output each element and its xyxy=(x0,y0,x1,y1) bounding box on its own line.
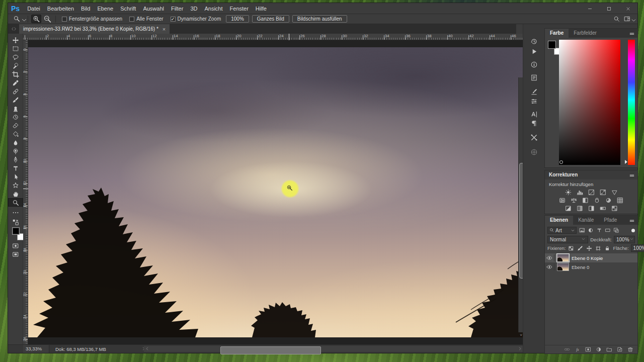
quick-select-tool[interactable] xyxy=(8,61,23,70)
adj-gradientmap-icon[interactable] xyxy=(599,205,607,212)
panel-brushes-icon[interactable] xyxy=(527,86,540,97)
adj-exposure-icon[interactable] xyxy=(599,189,607,196)
filter-pixel-icon[interactable] xyxy=(579,227,586,234)
filter-smartobject-icon[interactable] xyxy=(613,227,620,234)
adj-colorlookup-icon[interactable] xyxy=(616,197,624,204)
horizontal-ruler[interactable]: 2468101214161820222426283032343638404244… xyxy=(23,34,524,40)
menu-filter[interactable]: Filter xyxy=(168,3,187,14)
zoom-in-button[interactable] xyxy=(31,15,41,23)
fix-lock-icon[interactable] xyxy=(604,245,611,252)
eraser-tool[interactable] xyxy=(8,121,23,130)
checkbox-all-windows[interactable]: Alle Fenster xyxy=(129,16,163,22)
type-tool[interactable] xyxy=(8,164,23,172)
new-layer-icon[interactable] xyxy=(616,346,623,353)
canvas-viewport[interactable]: ˅ xyxy=(28,40,524,344)
move-tool[interactable] xyxy=(8,36,23,44)
zoom-100-button[interactable]: 100% xyxy=(226,15,249,23)
menu-auswahl[interactable]: Auswahl xyxy=(139,3,168,14)
menu-ebene[interactable]: Ebene xyxy=(94,3,117,14)
healing-tool[interactable] xyxy=(8,87,23,96)
menu-fenster[interactable]: Fenster xyxy=(226,3,252,14)
mask-icon[interactable] xyxy=(585,346,592,353)
checkbox-box-checked[interactable]: ✓ xyxy=(171,17,176,22)
foreground-color-swatch[interactable] xyxy=(12,227,20,235)
fill-screen-button[interactable]: Bildschirm ausfüllen xyxy=(292,15,347,23)
adj-bw-icon[interactable] xyxy=(582,197,590,204)
horizontal-scrollbar[interactable] xyxy=(144,346,524,352)
document-tab[interactable]: impressionen-33.RW2 bei 33,3% (Ebene 0 K… xyxy=(19,24,170,34)
tab-close-icon[interactable]: × xyxy=(163,26,166,32)
fx-icon[interactable]: fx xyxy=(574,346,581,353)
menu-bild[interactable]: Bild xyxy=(77,3,94,14)
adj-vibrance-icon[interactable] xyxy=(610,189,618,196)
visibility-eye-icon[interactable] xyxy=(546,254,554,261)
hue-slider-handle[interactable] xyxy=(625,160,627,164)
status-zoom-level[interactable]: 33,33% xyxy=(23,345,49,353)
layer-filter-select[interactable]: Art xyxy=(547,227,577,234)
filter-adjustment-icon[interactable] xyxy=(587,227,594,234)
tab-pfade[interactable]: Pfade xyxy=(599,216,622,225)
vertical-ruler[interactable]: 02468101214161820222426 xyxy=(23,40,28,344)
close-icon[interactable] xyxy=(618,3,637,14)
fix-brush-icon[interactable] xyxy=(577,245,584,252)
layer-row[interactable]: Ebene 0 Kopie xyxy=(545,253,637,262)
new-adjustment-icon[interactable] xyxy=(595,346,602,353)
scroll-left-icon[interactable] xyxy=(145,346,149,352)
menu-ansicht[interactable]: Ansicht xyxy=(201,3,226,14)
layer-filter-toggle[interactable] xyxy=(631,229,635,232)
search-icon[interactable] xyxy=(613,16,620,23)
checkbox-box[interactable] xyxy=(129,17,134,22)
blur-tool[interactable] xyxy=(8,138,23,147)
zoom-out-button[interactable] xyxy=(42,15,52,23)
menu-datei[interactable]: Datei xyxy=(24,3,44,14)
panel-info-icon[interactable] xyxy=(527,59,540,69)
scroll-right-icon[interactable] xyxy=(518,346,522,352)
adj-hue-icon[interactable] xyxy=(558,197,567,204)
brush-tool[interactable] xyxy=(8,96,23,104)
panel-3d-icon[interactable] xyxy=(527,147,540,157)
hand-tool[interactable] xyxy=(8,190,23,198)
tab-arrows-icon[interactable] xyxy=(8,24,19,34)
trash-icon[interactable] xyxy=(627,346,634,353)
panel-menu-icon[interactable] xyxy=(629,173,635,180)
horizontal-scrollbar-thumb[interactable] xyxy=(220,346,321,354)
workspace-switcher[interactable] xyxy=(624,16,634,23)
panel-properties-icon[interactable] xyxy=(527,72,540,82)
checkbox-scrubby-zoom[interactable]: ✓ Dynamischer Zoom xyxy=(171,16,221,22)
panel-brush-settings-icon[interactable] xyxy=(527,96,540,106)
link-icon[interactable] xyxy=(564,346,571,353)
panel-menu-icon[interactable] xyxy=(629,31,635,38)
lasso-tool[interactable] xyxy=(8,53,23,61)
color-field-marker[interactable] xyxy=(559,160,563,164)
minimize-icon[interactable] xyxy=(580,3,599,14)
eyedropper-tool[interactable] xyxy=(8,78,23,87)
filter-type-icon[interactable] xyxy=(596,227,603,234)
filter-shape-icon[interactable] xyxy=(604,227,611,234)
tab-farbfelder[interactable]: Farbfelder xyxy=(569,29,602,38)
foreground-color-swatch[interactable] xyxy=(548,41,556,49)
tab-farbe[interactable]: Farbe xyxy=(545,29,569,38)
menu-hilfe[interactable]: Hilfe xyxy=(252,3,270,14)
gradient-tool[interactable] xyxy=(8,130,23,138)
opacity-select[interactable]: 100% xyxy=(614,236,635,243)
checkbox-resize-windows[interactable]: Fenstergröße anpassen xyxy=(62,16,122,22)
layer-thumbnail[interactable] xyxy=(557,263,569,271)
adj-colorbalance-icon[interactable] xyxy=(570,197,578,204)
tab-kanaele[interactable]: Kanäle xyxy=(573,216,599,225)
hue-slider-strip[interactable] xyxy=(628,40,635,165)
adj-selectivecolor-icon[interactable] xyxy=(610,205,618,212)
fix-artboard-icon[interactable] xyxy=(595,245,602,252)
fix-move-icon[interactable] xyxy=(586,245,593,252)
swap-colors-icon[interactable] xyxy=(8,218,23,226)
panel-menu-icon[interactable] xyxy=(629,218,635,225)
layer-row[interactable]: Ebene 0 xyxy=(545,262,637,272)
adj-photofilter-icon[interactable] xyxy=(593,197,601,204)
checkbox-box[interactable] xyxy=(62,17,67,22)
edit-toolbar-icon[interactable] xyxy=(8,208,23,217)
panel-toolpresets-icon[interactable] xyxy=(527,132,540,142)
panel-character-icon[interactable] xyxy=(527,109,540,119)
adj-invert-icon[interactable] xyxy=(564,205,572,212)
dodge-tool[interactable] xyxy=(8,147,23,155)
saturation-brightness-field[interactable] xyxy=(559,40,620,165)
history-brush-tool[interactable] xyxy=(8,113,23,121)
